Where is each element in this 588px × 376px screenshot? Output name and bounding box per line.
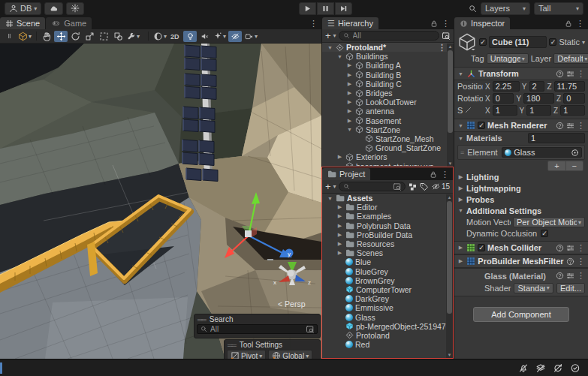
- pivot-mode-dropdown[interactable]: Pivot ▾: [227, 350, 266, 359]
- foldout-lightmapping[interactable]: ▶Lightmapping: [454, 182, 588, 194]
- tab-hierarchy[interactable]: ☰ Hierarchy: [322, 17, 378, 29]
- foldout-arrow-icon[interactable]: ▼: [327, 196, 333, 201]
- help-icon[interactable]: [566, 257, 574, 266]
- orientation-mode-dropdown[interactable]: Global ▾: [268, 350, 312, 359]
- foldout-lighting[interactable]: ▶Lighting: [454, 171, 588, 182]
- presets-icon[interactable]: [566, 244, 574, 252]
- pause-button[interactable]: [317, 2, 334, 15]
- foldout-arrow-icon[interactable]: ▼: [336, 54, 343, 59]
- scene-panel-menu-icon[interactable]: ⋮: [309, 20, 318, 28]
- foldout-arrow-icon[interactable]: ▶: [336, 250, 343, 256]
- foldout-arrow-icon[interactable]: ▶: [346, 72, 353, 78]
- project-scrollbar[interactable]: ▲ ▼: [446, 194, 453, 358]
- chevron-down-icon[interactable]: ▾: [333, 32, 336, 39]
- 2d-toggle[interactable]: 2D: [169, 31, 182, 42]
- material-object-field[interactable]: Glass: [502, 147, 582, 158]
- presets-icon[interactable]: [566, 70, 574, 78]
- view-tool[interactable]: [40, 31, 53, 42]
- project-item[interactable]: DarkGrey: [322, 294, 453, 303]
- audio-toggle[interactable]: [198, 31, 211, 42]
- help-icon[interactable]: [556, 244, 564, 252]
- foldout-arrow-icon[interactable]: ▶: [346, 62, 353, 68]
- remove-material-button[interactable]: −: [565, 161, 583, 170]
- object-picker-icon[interactable]: [571, 149, 579, 157]
- transform-z-field[interactable]: 11.75: [554, 81, 585, 92]
- foldout-arrow-icon[interactable]: ▶: [336, 223, 343, 229]
- project-item[interactable]: Emmissive: [322, 303, 453, 312]
- project-item[interactable]: ▶Resources: [322, 239, 453, 248]
- probuilder-meshfilter-header[interactable]: ▶ ProBuilder MeshFilter ⋮: [454, 254, 588, 268]
- chevron-down-icon[interactable]: ▾: [333, 183, 336, 190]
- presets-icon[interactable]: [566, 272, 574, 280]
- object-name-field[interactable]: Cube (11): [489, 36, 547, 48]
- project-item[interactable]: ▶Editor: [322, 203, 453, 212]
- account-dropdown[interactable]: DB ▾: [5, 2, 41, 15]
- effects-dropdown[interactable]: ▾: [212, 31, 228, 42]
- presets-icon[interactable]: [566, 122, 574, 130]
- mesh-collider-checkbox[interactable]: ✓: [478, 244, 485, 251]
- mesh-renderer-header[interactable]: ▼ ✓ Mesh Renderer ⋮: [454, 119, 588, 132]
- transform-y-field[interactable]: 180: [523, 93, 554, 104]
- lighting-toggle[interactable]: [183, 31, 197, 42]
- transform-header[interactable]: ▼ Transform ⋮: [454, 67, 588, 80]
- hierarchy-item[interactable]: ▶Building C: [322, 80, 454, 89]
- project-item[interactable]: Red: [322, 340, 453, 349]
- project-item[interactable]: BlueGrey: [322, 267, 453, 276]
- transform-y-field[interactable]: 1: [526, 105, 551, 116]
- edit-shader-button[interactable]: Edit...: [556, 283, 585, 293]
- project-item[interactable]: ▶Examples: [322, 212, 453, 221]
- hierarchy-scrollbar[interactable]: ▲ ▼: [447, 44, 454, 167]
- component-menu-icon[interactable]: ⋮: [577, 272, 585, 280]
- hierarchy-search-input[interactable]: All: [339, 31, 439, 41]
- project-item[interactable]: BrownGrey: [322, 276, 453, 285]
- project-item[interactable]: ▼Assets: [322, 194, 453, 203]
- transform-y-field[interactable]: 2: [529, 81, 545, 92]
- hierarchy-item[interactable]: ▶LookOutTower: [322, 98, 454, 107]
- material-element-row[interactable]: = Element 0 Glass: [460, 147, 582, 158]
- foldout-arrow-icon[interactable]: ▼: [346, 127, 353, 132]
- project-item[interactable]: Glass: [322, 312, 453, 321]
- materials-row[interactable]: ▼ Materials 1: [454, 132, 588, 144]
- camera-dropdown[interactable]: ▾: [243, 31, 259, 42]
- tab-game[interactable]: Game: [46, 17, 92, 29]
- rotate-tool[interactable]: [68, 31, 82, 42]
- foldout-arrow-icon[interactable]: ▶: [346, 99, 353, 105]
- open-search-window-icon[interactable]: [393, 182, 402, 191]
- motion-vectors-dropdown[interactable]: Per Object Motion ▾: [513, 217, 585, 227]
- lock-icon[interactable]: [430, 20, 438, 28]
- static-checkbox[interactable]: ✓: [549, 38, 556, 46]
- foldout-arrow-icon[interactable]: ▶: [346, 90, 353, 96]
- component-menu-icon[interactable]: ⋮: [577, 70, 585, 78]
- lock-icon[interactable]: [430, 170, 437, 179]
- mesh-renderer-checkbox[interactable]: ✓: [478, 122, 485, 129]
- materials-count-field[interactable]: 1: [528, 133, 585, 143]
- hierarchy-item[interactable]: ▶Building A: [322, 61, 454, 70]
- transform-z-field[interactable]: 1: [560, 105, 585, 116]
- tool-context-dropdown[interactable]: ▾: [17, 31, 33, 42]
- hierarchy-item[interactable]: ▶antenna: [322, 107, 454, 116]
- scene-visibility-toggle[interactable]: [228, 31, 242, 42]
- foldout-arrow-icon[interactable]: ▶: [336, 204, 343, 210]
- project-item[interactable]: pb-MergedObject-2519470: [322, 322, 453, 331]
- project-item[interactable]: ComputerTower: [322, 285, 453, 294]
- add-material-button[interactable]: +: [548, 161, 565, 170]
- foldout-arrow-icon[interactable]: ▶: [336, 213, 343, 219]
- hierarchy-item[interactable]: ▼Protoland*⋮: [322, 43, 454, 52]
- transform-x-field[interactable]: 1: [493, 105, 517, 116]
- tab-scene[interactable]: Scene: [0, 17, 45, 29]
- search-icon[interactable]: [469, 5, 477, 13]
- component-menu-icon[interactable]: ⋮: [577, 122, 585, 130]
- hierarchy-item[interactable]: ▶Basement: [322, 116, 454, 125]
- hierarchy-item[interactable]: basement stairway wa: [322, 161, 454, 166]
- foldout-arrow-icon[interactable]: ▶: [346, 118, 353, 124]
- step-button[interactable]: [335, 2, 352, 15]
- foldout-arrow-icon[interactable]: ▼: [327, 45, 333, 50]
- layer-dropdown[interactable]: Default ▾: [553, 53, 588, 64]
- component-menu-icon[interactable]: ⋮: [577, 244, 585, 252]
- transform-tool[interactable]: [111, 31, 125, 42]
- foldout-arrow-icon[interactable]: ▶: [336, 241, 343, 247]
- asset-store-icon[interactable]: [408, 182, 418, 191]
- project-menu-icon[interactable]: ⋮: [441, 170, 449, 179]
- hierarchy-item[interactable]: ▼Buildings: [322, 52, 454, 61]
- additional-settings-foldout[interactable]: ▼ Additional Settings: [454, 205, 588, 216]
